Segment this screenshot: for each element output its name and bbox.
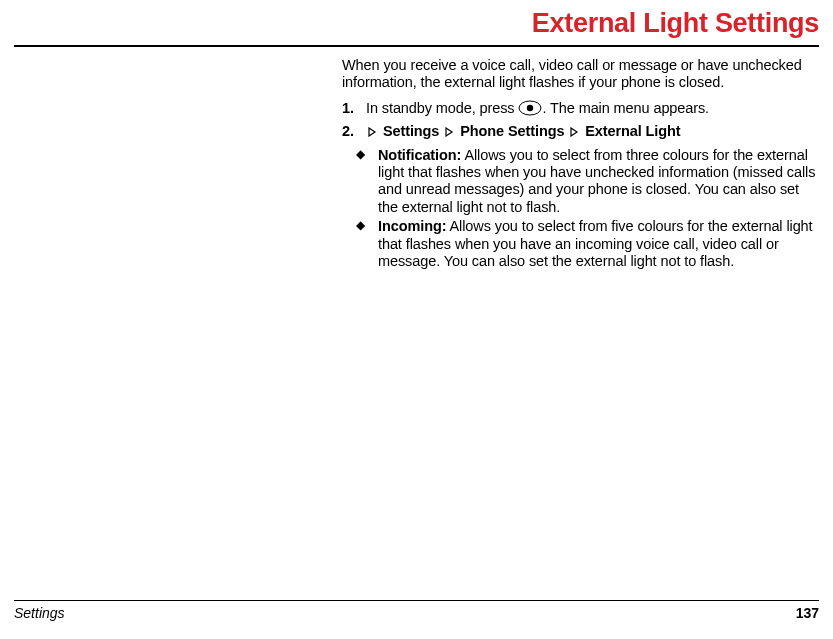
menu-path-item: External Light (585, 123, 680, 139)
sub-list: ◆ Notification: Allows you to select fro… (356, 147, 819, 271)
sub-item-label: Incoming: (378, 218, 446, 234)
svg-marker-3 (446, 128, 452, 136)
sub-item-text: Notification: Allows you to select from … (378, 147, 819, 217)
center-key-icon (518, 100, 542, 116)
svg-point-1 (527, 105, 533, 111)
step-1: 1. In standby mode, press . The main men… (342, 100, 819, 117)
manual-page: External Light Settings When you receive… (0, 0, 833, 639)
sub-item-text: Incoming: Allows you to select from five… (378, 218, 819, 270)
step-number: 2. (342, 123, 366, 140)
diamond-bullet-icon: ◆ (356, 218, 378, 270)
chevron-icon (445, 124, 454, 134)
menu-path-item: Phone Settings (460, 123, 564, 139)
step-2: 2. Settings Phone Settings External Ligh… (342, 123, 819, 140)
sub-item-label: Notification: (378, 147, 461, 163)
footer-section-name: Settings (14, 605, 65, 621)
step-text-after: . The main menu appears. (542, 100, 709, 116)
svg-marker-4 (571, 128, 577, 136)
menu-path-item: Settings (383, 123, 439, 139)
page-footer: Settings 137 (14, 600, 819, 621)
sub-item-notification: ◆ Notification: Allows you to select fro… (356, 147, 819, 217)
sub-item-incoming: ◆ Incoming: Allows you to select from fi… (356, 218, 819, 270)
step-content: Settings Phone Settings External Light (366, 123, 819, 140)
page-title: External Light Settings (14, 0, 819, 45)
step-content: In standby mode, press . The main menu a… (366, 100, 819, 117)
step-text-before: In standby mode, press (366, 100, 518, 116)
intro-paragraph: When you receive a voice call, video cal… (342, 57, 819, 92)
body-column: When you receive a voice call, video cal… (342, 57, 819, 270)
diamond-bullet-icon: ◆ (356, 147, 378, 217)
chevron-icon (368, 124, 377, 134)
chevron-icon (570, 124, 579, 134)
step-number: 1. (342, 100, 366, 117)
svg-marker-2 (369, 128, 375, 136)
footer-page-number: 137 (796, 605, 819, 621)
title-rule (14, 45, 819, 47)
